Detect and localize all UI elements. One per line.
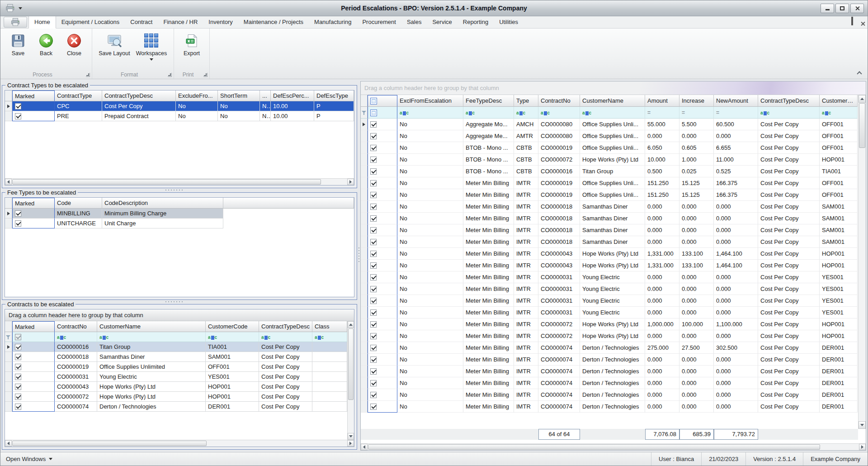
escalation-row[interactable]: No Aggregate Mo... AMCH CO0000080 Office… <box>361 119 858 130</box>
row-checkbox[interactable] <box>370 262 377 269</box>
column-header-shortterm[interactable]: ShortTerm <box>218 90 260 101</box>
filter-cell[interactable]: = <box>714 107 758 119</box>
filter-cell[interactable] <box>580 107 645 119</box>
marked-checkbox[interactable] <box>15 220 21 227</box>
ribbon-tab[interactable]: Service <box>427 16 457 28</box>
select-all-icon[interactable] <box>370 98 377 105</box>
marked-checkbox[interactable] <box>15 384 21 390</box>
escalation-row[interactable]: No Meter Min Billing IMTR CO0000074 Dert… <box>361 401 858 413</box>
contract-row[interactable]: CO0000018 Samanthas Diner SAM001 Cost Pe… <box>5 352 347 362</box>
column-header-type[interactable]: Type <box>514 95 538 107</box>
ribbon-tab[interactable]: Home <box>28 16 56 29</box>
select-all-icon[interactable] <box>370 109 377 116</box>
row-checkbox[interactable] <box>370 274 377 281</box>
ribbon-tab[interactable]: Utilities <box>494 16 524 28</box>
filter-cell[interactable] <box>259 332 312 342</box>
escalation-row[interactable]: No Meter Min Billing IMTR CO0000018 Sama… <box>361 201 858 213</box>
column-header-feetypedesc[interactable]: FeeTypeDesc <box>463 95 514 107</box>
column-header-customername[interactable]: CustomerName <box>580 95 645 107</box>
escalation-row[interactable]: No Meter Min Billing IMTR CO0000043 Hope… <box>361 248 858 260</box>
marked-checkbox[interactable] <box>15 364 21 370</box>
escalation-row[interactable]: No Meter Min Billing IMTR CO0000074 Dert… <box>361 366 858 377</box>
app-icon[interactable] <box>5 4 16 13</box>
ribbon-tab[interactable]: Reporting <box>458 16 494 28</box>
ribbon-tab[interactable]: Equipment / Locations <box>56 16 125 28</box>
contract-row[interactable]: CO0000072 Hope Works (Pty) Ltd HOP001 Co… <box>5 392 347 402</box>
escalation-row[interactable]: No Meter Min Billing IMTR CO0000072 Hope… <box>361 330 858 342</box>
column-header-contractno[interactable]: ContractNo <box>55 321 97 332</box>
filter-cell[interactable] <box>820 107 858 119</box>
contract-row[interactable]: CO0000043 Hope Works (Pty) Ltd HOP001 Co… <box>5 382 347 392</box>
row-checkbox[interactable] <box>370 227 377 233</box>
column-header-contracttype[interactable]: ContractType <box>55 90 102 101</box>
qat-dropdown-icon[interactable] <box>19 7 22 10</box>
filter-cell[interactable] <box>206 332 259 342</box>
filter-cell[interactable] <box>97 332 206 342</box>
column-header-newamount[interactable]: NewAmount <box>714 95 758 107</box>
filter-cell[interactable] <box>397 107 463 119</box>
marked-checkbox[interactable] <box>15 210 21 217</box>
scroll-thumb[interactable] <box>368 444 820 450</box>
escalation-row[interactable]: No Meter Min Billing IMTR CO0000074 Dert… <box>361 389 858 401</box>
filter-cell[interactable] <box>12 332 55 342</box>
column-header-increase[interactable]: Increase <box>679 95 714 107</box>
scroll-right-button[interactable] <box>347 179 354 185</box>
row-checkbox[interactable] <box>370 204 377 210</box>
marked-checkbox[interactable] <box>15 344 21 350</box>
column-header-customercode[interactable]: CustomerCode <box>206 321 259 332</box>
filter-cell[interactable] <box>463 107 514 119</box>
escalation-row[interactable]: No Meter Min Billing IMTR CO0000019 Offi… <box>361 177 858 189</box>
ribbon-tab[interactable]: Sales <box>401 16 427 28</box>
escalation-row[interactable]: No Meter Min Billing IMTR CO0000074 Dert… <box>361 377 858 389</box>
group-by-hint[interactable]: Drag a column header here to group by th… <box>5 309 354 321</box>
scroll-down-button[interactable] <box>859 421 866 429</box>
column-header-amount[interactable]: Amount <box>645 95 679 107</box>
column-header-exclfromescalation[interactable]: ExclFromEscalation <box>397 95 463 107</box>
filter-cell[interactable]: = <box>679 107 714 119</box>
column-header-marked[interactable]: Marked <box>12 321 55 332</box>
column-header-ellipsis[interactable]: ... <box>260 90 271 101</box>
marked-checkbox[interactable] <box>15 404 21 410</box>
escalation-row[interactable]: No Meter Min Billing IMTR CO0000018 Sama… <box>361 224 858 236</box>
export-button[interactable]: Export <box>178 30 206 57</box>
contract-type-row[interactable]: PRE Prepaid Contract No No No 10.00 P <box>5 111 354 121</box>
minimize-button[interactable] <box>821 4 834 13</box>
save-button[interactable]: Save <box>4 30 32 57</box>
marked-checkbox[interactable] <box>15 374 21 380</box>
escalation-row[interactable]: No Meter Min Billing IMTR CO0000031 Youn… <box>361 307 858 319</box>
column-header-excludefrom[interactable]: ExcludeFro... <box>176 90 218 101</box>
row-checkbox[interactable] <box>370 368 377 375</box>
maximize-button[interactable] <box>835 4 849 13</box>
close-button[interactable]: Close <box>60 30 88 57</box>
scroll-right-button[interactable] <box>859 444 866 450</box>
ribbon-tab[interactable]: Inventory <box>203 16 238 28</box>
ribbon-tab[interactable]: Manufacturing <box>309 16 357 28</box>
escalation-row[interactable]: No BTOB - Mono ... CBTB CO0000016 Titan … <box>361 166 858 177</box>
escalation-row[interactable]: No Meter Min Billing IMTR CO0000018 Sama… <box>361 213 858 224</box>
back-button[interactable]: Back <box>32 30 60 57</box>
row-checkbox[interactable] <box>370 251 377 257</box>
column-header-defescperc[interactable]: DefEscPerc... <box>271 90 314 101</box>
select-all-header[interactable] <box>368 95 397 107</box>
marked-checkbox[interactable] <box>15 354 21 360</box>
escalation-row[interactable]: No Meter Min Billing IMTR CO0000031 Youn… <box>361 295 858 307</box>
fee-type-row[interactable]: MINBILLING Minimum Billing Charge <box>5 209 354 219</box>
column-header-code[interactable]: Code <box>55 198 102 209</box>
column-header-defesctype[interactable]: DefEscType <box>314 90 354 101</box>
workspaces-button[interactable]: Workspaces <box>133 30 170 61</box>
row-checkbox[interactable] <box>370 392 377 398</box>
row-checkbox[interactable] <box>370 345 377 351</box>
row-checkbox[interactable] <box>370 309 377 316</box>
row-checkbox[interactable] <box>370 133 377 139</box>
scroll-up-button[interactable] <box>348 321 354 328</box>
row-checkbox[interactable] <box>370 215 377 222</box>
column-header-contracttypedesc[interactable]: ContractTypeDesc <box>758 95 820 107</box>
ribbon-tab[interactable]: Maintenance / Projects <box>238 16 309 28</box>
filter-cell[interactable]: = <box>645 107 679 119</box>
filter-checkbox[interactable] <box>15 334 21 340</box>
row-checkbox[interactable] <box>370 286 377 292</box>
scroll-up-button[interactable] <box>859 95 866 103</box>
marked-checkbox[interactable] <box>15 113 21 119</box>
contract-type-row[interactable]: CPC Cost Per Copy No No No 10.00 P <box>5 101 354 111</box>
dialog-launcher-icon[interactable] <box>203 73 208 77</box>
